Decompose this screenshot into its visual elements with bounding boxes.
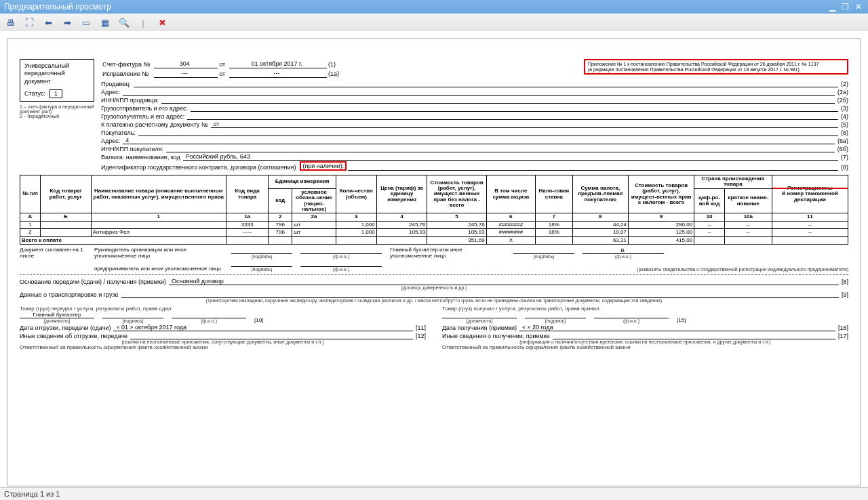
close-icon[interactable]: ✕ bbox=[853, 0, 864, 14]
invoice-table: № п/п Код товара/ работ, услуг Наименова… bbox=[20, 175, 848, 245]
toolbar-divider: | bbox=[137, 16, 149, 28]
status-value: 1 bbox=[50, 89, 62, 98]
legislation-note: Приложение № 1 к постановлению Правитель… bbox=[584, 59, 848, 75]
zoom-out-icon[interactable]: 🔍 bbox=[118, 16, 130, 28]
window-title: Предварительный просмотр bbox=[4, 0, 111, 14]
left-transfer-block: Товар (груз) передал / услуги, результат… bbox=[20, 306, 426, 350]
status-bar: Страница 1 из 1 bbox=[0, 487, 868, 500]
header-fields: Счет-фактура № 304 от 01 октября 2017 г.… bbox=[101, 59, 848, 171]
minimize-icon[interactable]: ▁ bbox=[827, 0, 837, 14]
document-page: Приложение № 1 к постановлению Правитель… bbox=[7, 38, 861, 486]
maximize-icon[interactable]: ❐ bbox=[840, 0, 851, 14]
preview-toolbar: 🖶 ⛶ ⬅ ➡ ▭ ▦ 🔍 | ✖ bbox=[0, 14, 868, 32]
page-viewer: Приложение № 1 к постановлению Правитель… bbox=[0, 31, 868, 488]
page-icon[interactable]: ▭ bbox=[80, 16, 92, 28]
fit-icon[interactable]: ⛶ bbox=[23, 16, 35, 28]
doc-pages: Документ составлен на 1 листе bbox=[20, 247, 87, 272]
status-note-1: 1 – счет-фактура и передаточный документ… bbox=[20, 104, 96, 114]
close-preview-icon[interactable]: ✖ bbox=[156, 16, 168, 28]
upd-title-box: Универсальныйпередаточныйдокумент Статус… bbox=[20, 59, 94, 102]
window-titlebar: Предварительный просмотр ▁ ❐ ✕ bbox=[0, 0, 868, 14]
right-receive-block: Товар (груз) получил / услуги, результат… bbox=[442, 306, 848, 350]
status-note-2: 2 – передаточный bbox=[20, 114, 96, 119]
grid-icon[interactable]: ▦ bbox=[99, 16, 111, 28]
print-icon[interactable]: 🖶 bbox=[4, 16, 16, 28]
next-page-icon[interactable]: ➡ bbox=[61, 16, 73, 28]
prev-page-icon[interactable]: ⬅ bbox=[42, 16, 54, 28]
